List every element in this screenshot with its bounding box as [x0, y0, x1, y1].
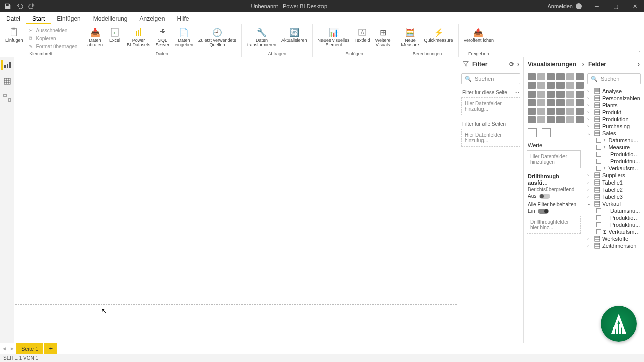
keep-filters-toggle[interactable] [538, 209, 549, 214]
viz-type-32[interactable] [547, 116, 555, 123]
checkbox[interactable] [596, 222, 601, 227]
viz-type-0[interactable] [528, 73, 536, 80]
field-Datumsnu...[interactable]: ΣDatumsnu... [585, 137, 643, 144]
fields-search-input[interactable]: 🔍 Suchen [587, 73, 641, 84]
filter-page-drop[interactable]: Hier Datenfelder hinzufüg... [461, 97, 520, 115]
tab-insert[interactable]: Einfügen [51, 13, 87, 24]
drillthrough-drop[interactable]: Drillthroughfelder hier hinz... [527, 216, 581, 234]
fields-collapse-icon[interactable]: › [638, 61, 640, 68]
field-Measure[interactable]: ΣMeasure [585, 144, 643, 151]
viz-type-21[interactable] [556, 99, 565, 106]
report-view-button[interactable] [1, 60, 11, 70]
more-icon[interactable]: ⋯ [514, 121, 519, 127]
table-Produktion[interactable]: ›Produktion [585, 116, 643, 123]
table-Verkauf[interactable]: ⌄Verkauf [585, 200, 643, 207]
viz-type-24[interactable] [528, 108, 536, 115]
checkbox[interactable] [596, 152, 601, 157]
fields-well-tab[interactable] [528, 128, 537, 137]
new-measure-button[interactable]: 🧮Neue Measure [399, 25, 421, 51]
viz-type-8[interactable] [547, 82, 555, 89]
viz-type-10[interactable] [566, 82, 574, 89]
filter-collapse-icon[interactable]: › [517, 61, 519, 68]
redo-icon[interactable] [28, 3, 35, 10]
filter-all-drop[interactable]: Hier Datenfelder hinzufüg... [461, 129, 520, 147]
viz-type-20[interactable] [547, 99, 555, 106]
table-Werkstoffe[interactable]: ›Werkstoffe [585, 235, 643, 242]
maximize-button[interactable]: ▢ [607, 0, 625, 12]
more-visuals-button[interactable]: ⊞Weitere Visuals [373, 25, 393, 51]
minimize-button[interactable]: ─ [588, 0, 606, 12]
viz-type-26[interactable] [547, 108, 555, 115]
page-tab-1[interactable]: Seite 1 [16, 343, 43, 354]
page-prev-button[interactable]: ◄ [0, 343, 8, 354]
data-view-button[interactable] [2, 76, 12, 86]
pbi-datasets-button[interactable]: Power BI-Datasets [125, 25, 152, 51]
get-data-button[interactable]: 📥Daten abrufen [85, 25, 105, 51]
viz-type-31[interactable] [537, 116, 545, 123]
enter-data-button[interactable]: 📄Daten eingeben [173, 25, 195, 51]
viz-type-15[interactable] [556, 90, 565, 98]
tab-start[interactable]: Start [26, 13, 51, 24]
table-Analyse[interactable]: ›Analyse [585, 87, 643, 95]
viz-type-30[interactable] [528, 116, 536, 123]
viz-type-16[interactable] [566, 90, 574, 98]
field-Verkaufsme...[interactable]: ΣVerkaufsme... [585, 165, 643, 172]
transform-data-button[interactable]: 🔧Daten transformieren [245, 25, 278, 51]
save-icon[interactable] [4, 3, 11, 10]
filter-reset-icon[interactable]: ⟳ [509, 61, 514, 68]
table-Sales[interactable]: ⌄Sales [585, 130, 643, 137]
refresh-button[interactable]: 🔄Aktualisieren [279, 25, 309, 51]
viz-type-9[interactable] [556, 82, 565, 89]
viz-type-11[interactable] [576, 82, 584, 89]
viz-type-5[interactable] [576, 73, 584, 80]
cross-report-toggle[interactable] [539, 194, 550, 199]
field-Produktnu...[interactable]: Produktnu... [585, 221, 643, 228]
collapse-ribbon-icon[interactable]: ˄ [638, 50, 641, 56]
viz-type-33[interactable] [556, 116, 565, 123]
model-view-button[interactable] [2, 93, 12, 103]
filter-search-input[interactable]: 🔍 Suchen [461, 73, 520, 84]
table-Plants[interactable]: ›Plants [585, 102, 643, 109]
report-canvas[interactable]: ↖ [14, 57, 458, 343]
viz-type-17[interactable] [576, 90, 584, 98]
viz-type-2[interactable] [547, 73, 555, 80]
checkbox[interactable] [596, 215, 601, 220]
quick-measure-button[interactable]: ⚡Quickmeasure [422, 25, 455, 51]
paste-button[interactable]: Einfügen [3, 25, 25, 51]
viz-type-35[interactable] [576, 116, 584, 123]
viz-type-27[interactable] [556, 108, 565, 115]
viz-type-1[interactable] [537, 73, 545, 80]
viz-type-28[interactable] [566, 108, 574, 115]
checkbox[interactable] [596, 145, 601, 150]
field-Produktion...[interactable]: Produktion... [585, 151, 643, 158]
table-Suppliers[interactable]: ›Suppliers [585, 172, 643, 179]
new-visual-button[interactable]: 📊Neues visuelles Element [316, 25, 352, 51]
table-Produkt[interactable]: ›Produkt [585, 109, 643, 116]
recent-sources-button[interactable]: 🕘Zuletzt verwendete Quellen [196, 25, 238, 51]
viz-type-29[interactable] [576, 108, 584, 115]
viz-type-18[interactable] [528, 99, 536, 106]
viz-type-34[interactable] [566, 116, 574, 123]
viz-type-13[interactable] [537, 90, 545, 98]
viz-type-22[interactable] [566, 99, 574, 106]
viz-type-23[interactable] [576, 99, 584, 106]
field-Produktnu...[interactable]: Produktnu... [585, 158, 643, 165]
checkbox[interactable] [596, 138, 601, 143]
table-Purchasing[interactable]: ›Purchasing [585, 123, 643, 130]
viz-type-14[interactable] [547, 90, 555, 98]
checkbox[interactable] [596, 166, 601, 171]
format-tab[interactable] [542, 128, 551, 137]
tab-file[interactable]: Datei [0, 13, 26, 24]
page-next-button[interactable]: ► [8, 343, 16, 354]
table-Zeitdimension[interactable]: ›Zeitdimension [585, 242, 643, 249]
close-button[interactable]: ✕ [626, 0, 644, 12]
tab-view[interactable]: Anzeigen [133, 13, 171, 24]
viz-type-3[interactable] [556, 73, 565, 80]
undo-icon[interactable] [16, 3, 23, 10]
viz-type-12[interactable] [528, 90, 536, 98]
add-page-button[interactable]: + [44, 343, 57, 354]
sql-server-button[interactable]: 🗄SQL Server [153, 25, 172, 51]
table-Tabelle3[interactable]: ›Tabelle3 [585, 193, 643, 200]
table-Tabelle2[interactable]: ›Tabelle2 [585, 186, 643, 193]
checkbox[interactable] [596, 159, 601, 164]
